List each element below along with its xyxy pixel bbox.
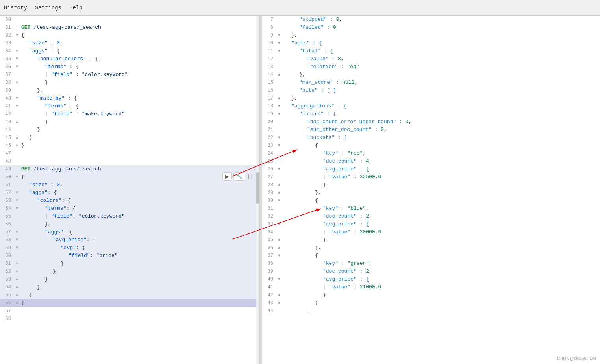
r-fold-9[interactable]: ▼ xyxy=(276,31,282,39)
line-content-36: "terms" : { xyxy=(20,63,259,71)
editor-line-53: 53 ▼ "colors": { xyxy=(0,197,259,205)
r-fold-28[interactable]: ▲ xyxy=(276,181,282,189)
r-fold-36[interactable]: ▲ xyxy=(276,244,282,252)
line-num-55: 55 xyxy=(0,212,14,220)
r-fold-23[interactable]: ▼ xyxy=(276,142,282,150)
r-line-content-12: "value" : 8, xyxy=(282,55,600,63)
line-content-41: "terms" : { xyxy=(20,102,259,110)
r-line-content-31: "key" : "blue", xyxy=(282,205,600,212)
r-line-content-38: "key" : "green", xyxy=(282,260,600,268)
line-num-54: 54 xyxy=(0,205,14,212)
fold-46[interactable]: ▲ xyxy=(14,142,20,150)
fold-61[interactable]: ▲ xyxy=(14,260,20,268)
r-fold-30[interactable]: ▼ xyxy=(276,197,282,205)
key-52: "aggs" xyxy=(29,190,48,196)
fold-38[interactable]: ▲ xyxy=(14,79,20,87)
r-line-num-22: 22 xyxy=(262,134,276,142)
r-line-num-25: 25 xyxy=(262,157,276,165)
fold-54[interactable]: ▼ xyxy=(14,205,20,212)
r-fold-14[interactable]: ▲ xyxy=(276,71,282,79)
line-content-56: }, xyxy=(20,220,259,228)
wrench-button[interactable]: 🔧 xyxy=(233,172,245,181)
left-panel: 30 31 GET /test-agg-cars/_search 32 ▼ { xyxy=(0,16,260,364)
scroll-thumb[interactable] xyxy=(256,172,259,204)
r-fold-42[interactable]: ▲ xyxy=(276,291,282,299)
response-line-20: 20 "doc_count_error_upper_bound" : 0, xyxy=(262,118,600,126)
fold-50[interactable]: ▼ xyxy=(14,173,20,181)
r-fold-22[interactable]: ▼ xyxy=(276,134,282,142)
fold-62[interactable]: ▲ xyxy=(14,268,20,275)
response-line-13: 13 "relation" : "eq" xyxy=(262,63,600,71)
r-fold-29[interactable]: ▲ xyxy=(276,189,282,197)
line-content-58: "avg_price": { xyxy=(20,236,259,244)
fold-36[interactable]: ▼ xyxy=(14,63,20,71)
r-fold-19[interactable]: ▼ xyxy=(276,110,282,118)
r-fold-11[interactable]: ▼ xyxy=(276,47,282,55)
fold-40[interactable]: ▼ xyxy=(14,94,20,102)
fold-35[interactable]: ▼ xyxy=(14,55,20,63)
r-line-num-21: 21 xyxy=(262,126,276,134)
response-line-31: 31 "key" : "blue", xyxy=(262,205,600,212)
line-content-53: "colors": { xyxy=(20,197,259,205)
editor-line-39: 39 }, xyxy=(0,87,259,94)
fold-43[interactable]: ▲ xyxy=(14,118,20,126)
r-line-content-19: "colors" : { xyxy=(282,110,600,118)
line-content-65: } xyxy=(20,291,259,299)
r-fold-10[interactable]: ▼ xyxy=(276,39,282,47)
r-line-num-41: 41 xyxy=(262,283,276,291)
r-fold-26[interactable]: ▼ xyxy=(276,165,282,173)
fold-41[interactable]: ▼ xyxy=(14,102,20,110)
response-line-25: 25 "doc_count" : 4, xyxy=(262,157,600,165)
fold-52[interactable]: ▼ xyxy=(14,189,20,197)
fold-58[interactable]: ▼ xyxy=(14,236,20,244)
line-num-33: 33 xyxy=(0,39,14,47)
line-num-63: 63 xyxy=(0,275,14,283)
line-content-51: "size" : 0, xyxy=(20,181,259,189)
menu-history[interactable]: History xyxy=(4,5,27,11)
fold-65[interactable]: ▲ xyxy=(14,291,20,299)
r-fold-37[interactable]: ▼ xyxy=(276,252,282,260)
editor-line-41: 41 ▼ "terms" : { xyxy=(0,102,259,110)
key-41: "terms" xyxy=(45,103,67,109)
r-fold-35[interactable]: ▲ xyxy=(276,236,282,244)
fold-45[interactable]: ▲ xyxy=(14,134,20,142)
r-fold-40[interactable]: ▼ xyxy=(276,275,282,283)
r-line-content-40: "avg_price" : { xyxy=(282,275,600,283)
fold-64[interactable]: ▲ xyxy=(14,283,20,291)
fold-32[interactable]: ▼ xyxy=(14,31,20,39)
r-line-content-9: }, xyxy=(282,31,600,39)
editor-code-area[interactable]: 30 31 GET /test-agg-cars/_search 32 ▼ { xyxy=(0,16,259,364)
fold-57[interactable]: ▼ xyxy=(14,228,20,236)
path-text: /test-agg-cars/_search xyxy=(33,24,101,30)
fold-63[interactable]: ▲ xyxy=(14,275,20,283)
response-code-area[interactable]: 7 "skipped" : 0, 8 "failed" : 0 9 ▼ }, xyxy=(262,16,600,364)
fold-59[interactable]: ▼ xyxy=(14,244,20,252)
response-line-21: 21 "sum_other_doc_count" : 0, xyxy=(262,126,600,134)
r-fold-18[interactable]: ▼ xyxy=(276,102,282,110)
run-button[interactable]: ▶ xyxy=(222,172,232,181)
r-line-content-34: | "value" : 20000.0 xyxy=(282,228,600,236)
r-line-num-43: 43 xyxy=(262,299,276,307)
editor-line-51: 51 "size" : 0, xyxy=(0,181,259,189)
editor-line-57: 57 ▼ "aggs": { xyxy=(0,228,259,236)
response-line-23: 23 ▼ { xyxy=(262,142,600,150)
r-fold-43[interactable]: ▲ xyxy=(276,299,282,307)
fold-66[interactable]: ▲ xyxy=(14,299,20,307)
editor-line-50: 50 ▼ { xyxy=(0,173,259,181)
r-fold-33[interactable]: ▼ xyxy=(276,220,282,228)
fold-34[interactable]: ▼ xyxy=(14,47,20,55)
key-57: "aggs" xyxy=(45,229,63,235)
right-panel: 7 "skipped" : 0, 8 "failed" : 0 9 ▼ }, xyxy=(262,16,600,364)
fold-53[interactable]: ▼ xyxy=(14,197,20,205)
method-text-2: GET xyxy=(21,166,30,172)
key-34: "aggs" xyxy=(29,48,48,54)
menu-settings[interactable]: Settings xyxy=(35,5,61,11)
r-line-content-22: "buckets" : [ xyxy=(282,134,600,142)
r-line-num-18: 18 xyxy=(262,102,276,110)
path-text-2: /test-agg-cars/_search xyxy=(33,166,101,172)
line-num-66: 66 xyxy=(0,299,14,307)
line-num-62: 62 xyxy=(0,268,14,275)
menu-help[interactable]: Help xyxy=(69,5,83,11)
line-num-35: 35 xyxy=(0,55,14,63)
r-fold-17[interactable]: ▲ xyxy=(276,94,282,102)
